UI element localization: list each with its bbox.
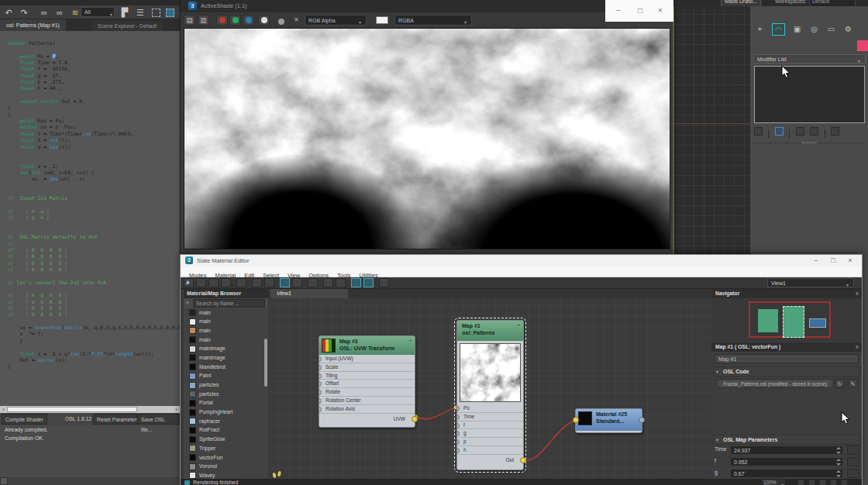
- node-input-time[interactable]: Time: [457, 413, 523, 421]
- browser-item-Voronoi[interactable]: Voronoi: [184, 463, 268, 472]
- navigator-canvas[interactable]: [711, 298, 862, 342]
- select-link-icon[interactable]: ∞: [37, 7, 51, 18]
- tab-osl-patterns[interactable]: osl: Patterns (Map #1): [0, 19, 66, 31]
- browser-item-Mandlebrot[interactable]: Mandlebrot: [184, 363, 268, 372]
- browser-item-vectorFun[interactable]: vectorFun: [184, 453, 268, 463]
- clear-icon[interactable]: ×: [291, 15, 302, 26]
- node-input-po[interactable]: Po: [457, 404, 523, 413]
- zoom-level-dropdown[interactable]: 100%▾: [762, 480, 785, 485]
- remove-modifier-icon[interactable]: [810, 127, 818, 136]
- compile-shader-button[interactable]: Compile Shader: [2, 414, 47, 425]
- navigator-node-material[interactable]: [809, 318, 826, 328]
- search-options-icon[interactable]: ▼: [185, 301, 190, 305]
- channel-display-dropdown[interactable]: RGB Alpha▾: [305, 15, 367, 26]
- footprints-icon[interactable]: [273, 467, 282, 479]
- browser-item-mainImage[interactable]: mainImage: [184, 353, 268, 363]
- maximize-icon[interactable]: □: [635, 5, 646, 16]
- preview-sphere2-icon[interactable]: [221, 278, 231, 287]
- redo-icon[interactable]: ↷: [17, 7, 31, 18]
- navigator-header[interactable]: Navigatorx: [711, 289, 862, 298]
- collapse-icon[interactable]: −: [517, 322, 521, 328]
- browser-item-particles[interactable]: particles: [184, 390, 268, 399]
- node-input-rotation-axis[interactable]: Rotation Axis: [319, 405, 415, 414]
- edit-osl-icon[interactable]: ✎: [848, 379, 858, 388]
- clone-rendering-icon[interactable]: ▥: [198, 15, 209, 26]
- zoom-tool-icon[interactable]: [808, 480, 815, 485]
- scroll-right-icon[interactable]: ›: [173, 406, 180, 413]
- browser-item-SpriteGlow[interactable]: SpriteGlow: [184, 435, 268, 445]
- browser-item-Wavey[interactable]: Wavey: [184, 471, 268, 479]
- browser-item-RotFract[interactable]: RotFract: [184, 426, 268, 435]
- zoom-selected-icon[interactable]: [841, 480, 848, 485]
- output-socket[interactable]: [639, 417, 645, 423]
- alpha-channel-icon[interactable]: [258, 15, 270, 26]
- param-value-field[interactable]: 24.937: [730, 445, 843, 455]
- rect-selection-region-icon[interactable]: [152, 9, 160, 17]
- node-material25-header[interactable]: Material #25 Standard...: [576, 409, 642, 431]
- close-icon[interactable]: ×: [655, 5, 666, 16]
- node-input-f[interactable]: f: [457, 421, 523, 430]
- scrollbar-thumb[interactable]: [7, 407, 137, 412]
- red-channel-icon[interactable]: [216, 15, 228, 26]
- input-socket[interactable]: [457, 423, 460, 428]
- param-value-field[interactable]: 0.67: [730, 469, 843, 478]
- input-socket[interactable]: [457, 414, 460, 420]
- reload-osl-icon[interactable]: ↻: [835, 379, 845, 388]
- param-value-field[interactable]: 0.952: [730, 457, 843, 466]
- format-dropdown[interactable]: RGBA▾: [394, 15, 472, 26]
- display-tab-icon[interactable]: ▭: [825, 23, 838, 36]
- node-material25[interactable]: Material #25 Standard...: [575, 408, 642, 433]
- parameter-panel-header[interactable]: Map #1 ( OSL: vectorFun )x: [711, 342, 862, 352]
- output-socket[interactable]: [412, 416, 418, 422]
- delete-selected-icon[interactable]: [236, 278, 246, 287]
- output-socket[interactable]: [520, 457, 526, 463]
- activeshade-titlebar[interactable]: 3 ActiveShade (1:1): [181, 0, 673, 12]
- node-map1-header[interactable]: Map #1 osl: Patterns −: [457, 321, 523, 341]
- browser-scrollbar[interactable]: [264, 339, 267, 387]
- blue-channel-icon[interactable]: [243, 15, 254, 26]
- preview-sphere-icon[interactable]: [208, 278, 219, 287]
- input-socket[interactable]: [457, 448, 460, 453]
- node-map1-output[interactable]: Out: [457, 455, 523, 465]
- pick-material-icon[interactable]: [196, 278, 206, 287]
- node-map3[interactable]: Map #3 OSL: UVW Transform − Input (UVW)S…: [319, 335, 415, 428]
- input-socket[interactable]: [457, 439, 460, 445]
- layout-vertical-icon[interactable]: [323, 278, 333, 287]
- browser-item-Paint[interactable]: Paint: [184, 372, 268, 381]
- select-by-name-icon[interactable]: ☰: [133, 7, 147, 18]
- osl-code-rollout[interactable]: OSL Code: [713, 366, 860, 377]
- maximize-icon[interactable]: □: [828, 256, 839, 266]
- input-socket[interactable]: [319, 356, 322, 362]
- view1-tab[interactable]: View1: [270, 289, 348, 298]
- param-extra-box[interactable]: [847, 445, 859, 455]
- osl-code-editor[interactable]: shader Patterns( point Po = P, float Tim…: [0, 31, 180, 406]
- background-swatch[interactable]: [376, 16, 388, 24]
- motion-tab-icon[interactable]: ◎: [808, 23, 821, 36]
- tab-scene-explorer[interactable]: Scene Explorer - Default: [91, 21, 163, 31]
- select-tool-icon[interactable]: [184, 278, 194, 287]
- browser-item-main[interactable]: main: [184, 308, 268, 318]
- node-input-offset[interactable]: Offset: [319, 380, 415, 388]
- spinner-icon[interactable]: [835, 459, 842, 466]
- show-background-icon[interactable]: [292, 278, 302, 287]
- navigator-node-map3[interactable]: [758, 309, 778, 332]
- param-extra-box[interactable]: [847, 457, 859, 466]
- scroll-left-icon[interactable]: ‹: [0, 406, 7, 413]
- browser-item-particles[interactable]: particles: [184, 381, 268, 390]
- modifier-stack[interactable]: [754, 66, 865, 123]
- node-input-rotate[interactable]: Rotate: [319, 388, 415, 397]
- view-selector-dropdown[interactable]: View1▾: [767, 278, 854, 287]
- selection-filter-dropdown[interactable]: All▾: [81, 7, 115, 17]
- show-numbers-icon[interactable]: [308, 278, 318, 287]
- browser-item-PumpingHeart[interactable]: PumpingHeart: [184, 408, 268, 418]
- code-area[interactable]: shader Patterns( point Po = P, float Tim…: [8, 40, 180, 370]
- close-icon[interactable]: x: [856, 289, 859, 298]
- material-id-channel-icon[interactable]: [379, 278, 389, 287]
- hierarchy-tab-icon[interactable]: ▣: [790, 23, 804, 36]
- node-input-tiling[interactable]: Tiling: [319, 372, 415, 380]
- osl-map-parameters-rollout[interactable]: OSL Map Parameters: [713, 435, 860, 445]
- show-in-viewport-icon[interactable]: [280, 278, 290, 287]
- user-account-button[interactable]: Mads Drøst...: [721, 0, 761, 6]
- hide-unused-slots-icon[interactable]: [264, 278, 274, 287]
- green-channel-icon[interactable]: [229, 15, 241, 26]
